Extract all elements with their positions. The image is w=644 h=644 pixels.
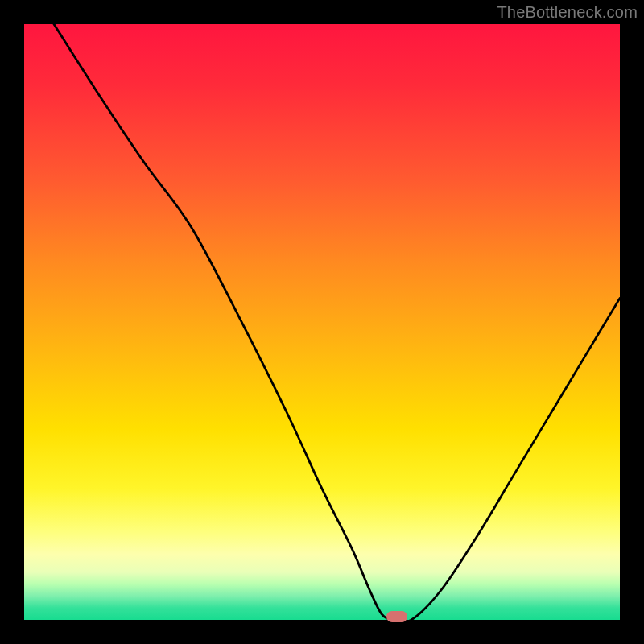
optimum-marker — [386, 611, 407, 622]
watermark-text: TheBottleneck.com — [497, 3, 638, 22]
plot-area — [24, 24, 620, 620]
curve-layer — [24, 24, 620, 620]
bottleneck-curve — [54, 24, 620, 622]
chart-frame: TheBottleneck.com — [0, 0, 644, 644]
